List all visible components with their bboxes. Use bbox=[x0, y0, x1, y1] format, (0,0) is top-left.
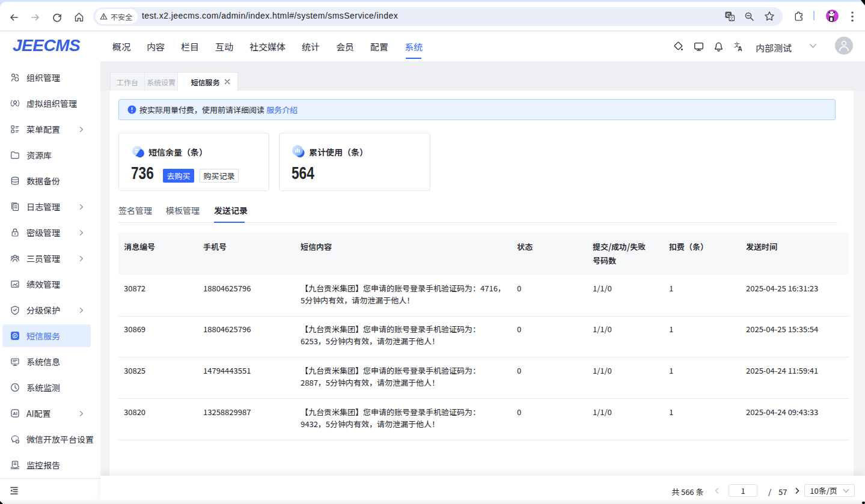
svg-text:AI: AI bbox=[13, 411, 17, 416]
svg-text:A: A bbox=[738, 43, 742, 51]
svg-text:文: 文 bbox=[729, 14, 734, 21]
